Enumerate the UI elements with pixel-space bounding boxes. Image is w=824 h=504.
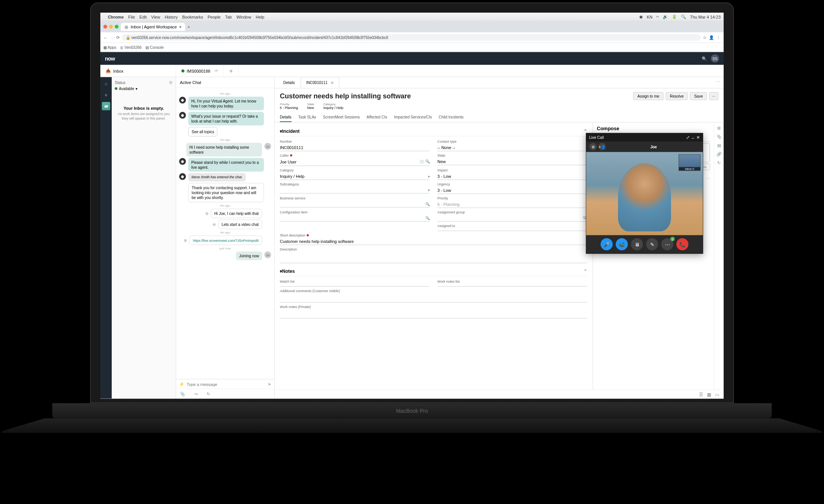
rail-templates-icon[interactable]: ▤ xyxy=(717,143,721,148)
new-tab-button[interactable]: + xyxy=(187,25,190,29)
view-card-icon[interactable]: ▭ xyxy=(715,392,719,397)
subcategory-select[interactable]: ▾ xyxy=(280,187,430,194)
nav-forward-icon[interactable]: → xyxy=(110,35,114,40)
tab-inbox[interactable]: 📥 Inbox xyxy=(100,65,176,77)
window-maximize[interactable] xyxy=(115,25,119,29)
impact-select[interactable]: 3 - Low▾ xyxy=(437,173,587,180)
record-tab-details[interactable]: Details xyxy=(278,77,301,88)
macos-app-name[interactable]: Chrome xyxy=(108,14,124,19)
bizservice-field[interactable]: 🔍 xyxy=(280,201,430,208)
save-button[interactable]: Save xyxy=(690,92,707,100)
wifi-icon[interactable]: ⌔ xyxy=(656,14,659,19)
star-icon[interactable]: ☆ xyxy=(703,35,707,40)
menu-view[interactable]: View xyxy=(151,14,160,19)
addcomments-field[interactable] xyxy=(280,294,587,303)
rail-list-icon[interactable]: ≡ xyxy=(102,91,110,99)
window-close[interactable] xyxy=(103,25,107,29)
chat-link-msg[interactable]: https://live.screenmeet.com/7JSnPmInqnd8 xyxy=(189,235,262,245)
console-bookmark[interactable]: ▤ Console xyxy=(145,45,164,50)
menu-history[interactable]: History xyxy=(165,14,178,19)
tab-refresh-icon[interactable]: ⟳ xyxy=(215,68,218,73)
rail-more-icon[interactable]: ↻ xyxy=(717,160,721,165)
worknotes-field[interactable] xyxy=(280,310,587,319)
menu-bookmarks[interactable]: Bookmarks xyxy=(182,14,203,19)
contacttype-select[interactable]: -- None --▾ xyxy=(437,144,587,151)
shortdesc-field[interactable]: Customer needs help installing software xyxy=(280,238,587,245)
browser-tab[interactable]: ◎ Inbox | Agent Workspace × xyxy=(121,23,185,31)
close-icon[interactable]: ✕ xyxy=(696,135,700,140)
attach-icon[interactable]: 📎 xyxy=(180,392,185,397)
worknoteslist-field[interactable] xyxy=(437,284,587,287)
menu-people[interactable]: People xyxy=(208,14,220,19)
kn-indicator[interactable]: KN xyxy=(647,14,652,19)
search-icon[interactable]: 🔍 xyxy=(425,216,430,220)
subtab-slas[interactable]: Task SLAs xyxy=(298,113,316,122)
annotate-button[interactable]: ✎ xyxy=(646,238,658,250)
rail-agent-assist-icon[interactable]: ⊞ xyxy=(717,126,721,131)
volume-icon[interactable]: 🔊 xyxy=(663,14,668,19)
ven-bookmark[interactable]: ◎ Ven03266 xyxy=(120,45,142,50)
rail-home-icon[interactable]: ⌂ xyxy=(102,79,110,88)
rail-attachments-icon[interactable]: 📎 xyxy=(716,134,722,139)
datetime[interactable]: Thu Mar 4 14:23 xyxy=(690,14,721,19)
popout-icon[interactable]: ⤢ xyxy=(686,135,690,140)
minimize-icon[interactable]: – xyxy=(692,135,694,140)
tab-add[interactable]: + xyxy=(224,65,238,77)
ci-field[interactable]: 🔍 xyxy=(280,215,430,222)
address-bar[interactable]: 🔒 ven03266.service-now.com/now/workspace… xyxy=(122,34,701,41)
transfer-icon[interactable]: ↪ xyxy=(194,392,198,397)
subtab-children[interactable]: Child Incidents xyxy=(439,113,464,122)
chat-body[interactable]: 6m ago ⬤Hi, I'm your Virtual Agent. Let … xyxy=(176,88,274,379)
caller-field[interactable]: Joe Userⓘ 🔍 xyxy=(280,158,430,166)
lightning-icon[interactable]: ⚡ xyxy=(179,382,184,387)
inbox-settings-icon[interactable]: ⚙ xyxy=(169,80,173,85)
add-participant-icon[interactable]: +👤 xyxy=(598,143,606,151)
section-incident[interactable]: ▾ Incident⌃ xyxy=(280,126,587,137)
resolve-button[interactable]: Resolve xyxy=(666,92,688,100)
view-grid-icon[interactable]: ▦ xyxy=(707,392,711,397)
menu-tab[interactable]: Tab xyxy=(225,14,232,19)
chat-input[interactable] xyxy=(187,382,265,386)
more-actions-button[interactable]: ⋯ xyxy=(709,92,718,100)
state-select[interactable]: New▾ xyxy=(437,158,587,165)
mic-button[interactable]: 🎤 xyxy=(601,238,613,250)
rail-link-icon[interactable]: 🔗 xyxy=(716,152,722,157)
chrome-menu-icon[interactable]: ⋮ xyxy=(716,35,721,40)
end-chat-icon[interactable]: ↻ xyxy=(207,392,210,397)
header-avatar[interactable]: SS xyxy=(711,54,719,63)
screencast-icon[interactable]: ◉ xyxy=(639,14,643,19)
assigngroup-field[interactable]: 🔍 xyxy=(437,215,587,222)
info-icon[interactable]: ⓘ xyxy=(420,159,424,165)
record-tab-incident[interactable]: INC0010111 ⊗ xyxy=(301,77,339,88)
rail-inbox-icon[interactable]: 📨 xyxy=(102,102,110,110)
nav-back-icon[interactable]: ← xyxy=(103,35,108,40)
live-call-titlebar[interactable]: Live Call ⤢ – ✕ xyxy=(586,134,703,142)
subtab-affected-cis[interactable]: Affected CIs xyxy=(367,113,387,122)
msg-tool-icon[interactable]: ⊕ xyxy=(184,238,187,243)
record-tab-more-icon[interactable]: ⋯ xyxy=(712,77,724,88)
assign-to-me-button[interactable]: Assign to me xyxy=(633,92,663,100)
screenshare-button[interactable]: 🖥 xyxy=(631,238,643,250)
msg-tool-icon[interactable]: ⊕ xyxy=(212,222,216,227)
number-field[interactable]: INC0010111 xyxy=(280,144,430,151)
msg-tool-icon[interactable]: ⊕ xyxy=(205,211,209,216)
subtab-screenmeet[interactable]: ScreenMeet Sessions xyxy=(323,113,360,122)
battery-icon[interactable]: 🔋 xyxy=(672,14,677,19)
camera-button[interactable]: 📹 xyxy=(616,238,628,250)
status-selector[interactable]: Available ▾ xyxy=(115,87,173,91)
tab-record[interactable]: IMS0000188 ⟳ xyxy=(176,65,224,77)
menu-file[interactable]: File xyxy=(128,14,135,19)
subtab-impacted[interactable]: Impacted Services/CIs xyxy=(394,113,432,122)
activity-more-icon[interactable]: ⋯ xyxy=(706,176,710,181)
window-minimize[interactable] xyxy=(109,25,113,29)
profile-icon[interactable]: 👤 xyxy=(709,35,714,40)
call-settings-icon[interactable]: ⚙ xyxy=(589,143,597,151)
send-icon[interactable]: ➤ xyxy=(268,382,271,387)
chat-topics-button[interactable]: See all topics xyxy=(188,127,217,137)
category-select[interactable]: Inquiry / Help▾ xyxy=(280,173,430,180)
more-controls-button[interactable]: ⋯ xyxy=(661,238,673,250)
search-icon[interactable]: 🔍 xyxy=(425,159,430,165)
nav-reload-icon[interactable]: ⟳ xyxy=(116,35,120,40)
menu-edit[interactable]: Edit xyxy=(139,14,147,19)
hangup-button[interactable]: 📞 xyxy=(676,238,688,250)
